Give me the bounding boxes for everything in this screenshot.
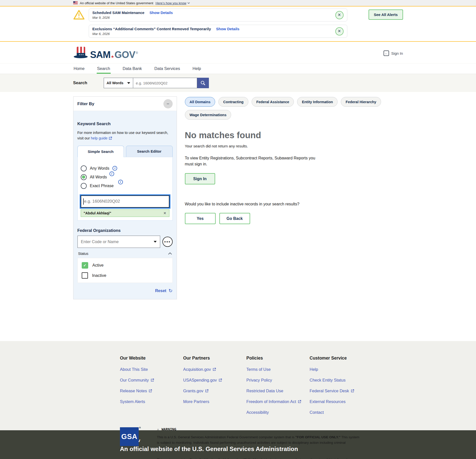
inactive-label: Inactive [92, 273, 106, 278]
go-back-button[interactable]: Go Back [219, 213, 250, 224]
alert-close-button[interactable]: ✕ [335, 27, 344, 35]
footer-link-external-resources[interactable]: External Resources [310, 399, 373, 404]
gov-banner: An official website of the United States… [0, 0, 476, 6]
external-link-icon [109, 137, 112, 140]
footer-link-check-entity-status[interactable]: Check Entity Status [310, 378, 373, 383]
footer-col-heading: Our Website [120, 356, 183, 361]
pill-federal-hierarchy[interactable]: Federal Hierarchy [341, 97, 381, 107]
collapse-filters-button[interactable]: − [163, 99, 173, 108]
status-option-active[interactable]: ✓ Active [82, 262, 168, 269]
footer-link-acquisition-gov[interactable]: Acquisition.gov [183, 367, 246, 372]
see-all-alerts-button[interactable]: See All Alerts [369, 9, 403, 20]
chevron-up-icon[interactable] [168, 252, 172, 255]
federal-organizations-select[interactable]: Enter Code or Name [77, 236, 160, 248]
header-sign-in-link[interactable]: ← Sign In [384, 50, 403, 56]
show-details-link[interactable]: Show Details [149, 10, 173, 15]
keyword-input[interactable] [81, 195, 169, 208]
svg-text:★: ★ [79, 54, 80, 55]
warning-paragraph-2: This system contains Controlled Unclassi… [157, 457, 361, 459]
footer-link-foia[interactable]: Freedom of Information Act [246, 399, 310, 404]
footer-link-system-alerts[interactable]: System Alerts [120, 399, 183, 404]
main-nav: Home Search Data Bank Data Services Help [0, 63, 476, 74]
help-guide-link[interactable]: help guide [91, 135, 112, 141]
warning-icon: ⚠ [157, 427, 159, 431]
no-results-text: Your search did not return any results. [185, 144, 403, 148]
external-link-icon [149, 389, 152, 393]
alert-maintenance: Scheduled SAM Maintenance Show Details M… [89, 8, 347, 21]
reset-filters-link[interactable]: Reset [155, 288, 166, 293]
footer-link-more-partners[interactable]: More Partners [183, 399, 246, 404]
exact-phrase-radio[interactable] [81, 183, 87, 189]
pill-wage-determinations[interactable]: Wage Determinations [185, 110, 231, 120]
nav-item-help[interactable]: Help [192, 63, 202, 74]
pill-contracting[interactable]: Contracting [218, 97, 248, 107]
info-icon[interactable]: i [109, 171, 114, 176]
external-link-icon [205, 389, 208, 393]
external-link-icon [351, 389, 354, 393]
nav-item-home[interactable]: Home [73, 63, 85, 74]
gsa-registered-mark: ® [139, 427, 141, 429]
alert-title: Scheduled SAM Maintenance [92, 10, 144, 15]
radio-row-exact-phrase[interactable]: Exact Phrase i [81, 183, 169, 189]
sign-in-button[interactable]: Sign In [185, 173, 215, 184]
footer-link-grants-gov[interactable]: Grants.gov [183, 389, 246, 393]
pill-federal-assistance[interactable]: Federal Assistance [252, 97, 294, 107]
logo-registered-mark: ® [136, 51, 138, 55]
remove-tag-button[interactable]: ✕ [163, 211, 166, 215]
sign-in-label: Sign In [391, 51, 403, 55]
footer-link-about-this-site[interactable]: About This Site [120, 367, 183, 372]
filter-by-title: Filter By [77, 101, 94, 106]
footer-col-policies: Policies Terms of Use Privacy Policy Res… [246, 356, 310, 421]
alert-close-button[interactable]: ✕ [335, 11, 344, 19]
keyword-search-heading: Keyword Search [77, 121, 173, 126]
status-option-inactive[interactable]: Inactive [82, 272, 168, 279]
footer-col-heading: Policies [246, 356, 310, 361]
footer-link-release-notes[interactable]: Release Notes [120, 389, 183, 393]
nav-item-search[interactable]: Search [97, 63, 111, 74]
footer-col-our-partners: Our Partners Acquisition.gov USASpending… [183, 356, 246, 421]
footer-link-terms-of-use[interactable]: Terms of Use [246, 367, 310, 372]
site-footer: Our Website About This Site Our Communit… [0, 341, 476, 430]
footer-link-our-community[interactable]: Our Community [120, 378, 183, 383]
no-matches-heading: No matches found [185, 130, 403, 140]
footer-col-our-website: Our Website About This Site Our Communit… [120, 356, 183, 421]
show-details-link[interactable]: Show Details [216, 27, 239, 31]
tab-search-editor[interactable]: Search Editor [126, 146, 173, 157]
radio-row-any-words[interactable]: Any Words i [81, 165, 169, 171]
nav-item-data-bank[interactable]: Data Bank [122, 63, 142, 74]
info-icon[interactable]: i [112, 166, 117, 171]
tab-simple-search[interactable]: Simple Search [77, 146, 124, 157]
reset-refresh-icon[interactable]: ↻ [169, 288, 173, 294]
search-submit-button[interactable] [197, 78, 209, 88]
main-content: Filter By − Keyword Search For more info… [73, 92, 403, 341]
footer-link-help[interactable]: Help [310, 367, 373, 372]
alert-date: Mar 6, 2026 [92, 32, 240, 36]
radio-row-all-words[interactable]: All Words i [81, 174, 169, 180]
footer-col-heading: Customer Service [310, 356, 373, 361]
all-words-label: All Words [90, 175, 107, 179]
fed-org-more-button[interactable]: ●●● [162, 237, 173, 247]
heres-how-you-know-link[interactable]: Here’s how you know [155, 1, 190, 5]
sam-gov-logo[interactable]: ★★★ SAM ★ GOV ® [73, 46, 138, 60]
any-words-radio[interactable] [81, 165, 87, 171]
nav-item-data-services[interactable]: Data Services [154, 63, 181, 74]
pill-all-domains[interactable]: All Domains [185, 97, 215, 107]
keyword-tag-label: "Abdul Akhlaqi" [84, 211, 111, 215]
footer-link-contact[interactable]: Contact [310, 410, 373, 415]
footer-link-restricted-data-use[interactable]: Restricted Data Use [246, 389, 310, 393]
chevron-down-icon [187, 2, 190, 4]
logo-gov-text: GOV [114, 49, 135, 60]
us-flag-icon [73, 1, 78, 5]
footer-link-federal-service-desk[interactable]: Federal Service Desk [310, 389, 373, 393]
active-checkbox[interactable]: ✓ [82, 262, 88, 269]
inactive-checkbox[interactable] [82, 272, 88, 279]
footer-link-privacy-policy[interactable]: Privacy Policy [246, 378, 310, 383]
all-words-radio[interactable] [81, 174, 87, 180]
pill-entity-information[interactable]: Entity Information [297, 97, 338, 107]
info-icon[interactable]: i [118, 180, 123, 184]
yes-button[interactable]: Yes [185, 213, 216, 224]
footer-link-usaspending-gov[interactable]: USASpending.gov [183, 378, 246, 383]
search-mode-select[interactable]: All Words [104, 78, 133, 88]
search-band-input[interactable] [133, 78, 197, 88]
footer-link-accessibility[interactable]: Accessibility [246, 410, 310, 415]
